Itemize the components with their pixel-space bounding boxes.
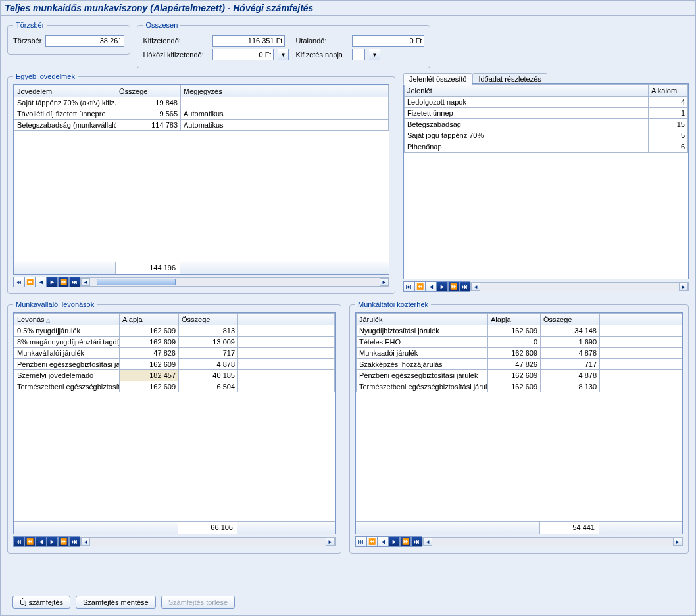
nav-fwd-icon[interactable]: ► (47, 277, 58, 287)
nav-next-icon[interactable]: ⏩ (448, 281, 459, 292)
kifizetes-napja-input[interactable] (352, 49, 365, 60)
levon-col-osszege[interactable]: Összege (179, 314, 238, 325)
kozteher-col-jarulek[interactable]: Járulék (357, 314, 488, 325)
table-row[interactable]: Ledolgozott napok4 (405, 97, 688, 108)
torzsber-legend: Törzsbér (13, 21, 47, 29)
hokozi-input[interactable] (212, 49, 274, 60)
table-row[interactable]: Szakképzési hozzájárulás47 826717 (357, 359, 682, 370)
jelenlet-table[interactable]: Jelenlét Alkalom Ledolgozott napok4Fizet… (404, 84, 688, 153)
scroll-right-icon[interactable]: ► (679, 283, 688, 291)
nav-back-icon[interactable]: ◄ (426, 281, 437, 292)
table-row[interactable]: Természetbeni egészségbiztosítási járulé… (357, 381, 682, 392)
kozteher-col-osszege[interactable]: Összege (541, 314, 600, 325)
table-row[interactable]: Pihenőnap6 (405, 141, 688, 153)
nav-fwd-icon[interactable]: ► (389, 536, 400, 547)
levon-col-alapja[interactable]: Alapja (120, 314, 179, 325)
table-row[interactable]: Munkaadói járulék162 6094 878 (357, 348, 682, 359)
scroll-left-icon[interactable]: ◄ (471, 283, 480, 291)
kozteher-col-alapja[interactable]: Alapja (488, 314, 541, 325)
osszesen-legend: Összesen (143, 21, 180, 29)
table-row[interactable]: Tételes EHO01 690 (357, 337, 682, 348)
table-row[interactable]: Saját táppénz 70% (aktív) kifiz.19 848 (14, 97, 389, 108)
nav-back-icon[interactable]: ◄ (36, 536, 47, 547)
scroll-thumb[interactable] (97, 279, 176, 285)
torzsber-label: Törzsbér (13, 37, 41, 45)
scroll-right-icon[interactable]: ► (673, 538, 682, 546)
levon-col-blank (238, 314, 335, 325)
nav-first-icon[interactable]: ⏮ (403, 281, 414, 292)
table-row[interactable]: Pénzbeni egészségbiztosítási járu162 609… (14, 359, 335, 370)
kifizetes-napja-dropdown[interactable]: ▼ (369, 49, 380, 60)
levon-scrollbar[interactable]: ◄ ► (80, 537, 336, 546)
scroll-left-icon[interactable]: ◄ (423, 538, 432, 546)
jelenlet-scrollbar[interactable]: ◄ ► (470, 282, 689, 291)
egyeb-col-osszege[interactable]: Összege (116, 85, 181, 97)
table-row[interactable]: Természetbeni egészségbiztosítá162 6096 … (14, 381, 335, 392)
table-row[interactable]: 0,5% nyugdíjjárulék162 609813 (14, 325, 335, 337)
egyeb-group: Egyéb jövedelmek Jövedelem Összege Megje… (7, 72, 395, 294)
table-row[interactable]: Saját jogú táppénz 70%5 (405, 130, 688, 141)
jelenlet-col-alkalom[interactable]: Alkalom (649, 85, 688, 97)
window-title: Teljes munkaidős munkaviszony (Alapértel… (1, 1, 695, 16)
torzsber-input[interactable] (45, 35, 124, 47)
nav-prev-icon[interactable]: ⏪ (24, 536, 36, 547)
kozterhek-legend: Munkáltatói közterhek (355, 300, 431, 308)
kifizetendo-input[interactable] (212, 35, 285, 47)
egyeb-col-jovedelem[interactable]: Jövedelem (14, 85, 116, 97)
levon-col-levonas[interactable]: Levonás△ (14, 314, 120, 325)
nav-last-icon[interactable]: ⏭ (69, 277, 80, 287)
table-row[interactable]: Nyugdíjbiztosítási járulék162 60934 148 (357, 325, 682, 337)
kifizetendo-label: Kifizetendő: (143, 37, 209, 45)
egyeb-scrollbar[interactable]: ◄ ► (80, 277, 389, 287)
nav-first-icon[interactable]: ⏮ (13, 536, 24, 547)
nav-fwd-icon[interactable]: ► (437, 281, 448, 292)
uj-szamfejtes-button[interactable]: Új számfejtés (12, 596, 70, 609)
table-row[interactable]: Pénzbeni egészségbiztosítási járulék162 … (357, 370, 682, 381)
egyeb-total: 144 196 (116, 262, 180, 274)
nav-back-icon[interactable]: ◄ (378, 536, 389, 547)
jelenlet-col-jelenlet[interactable]: Jelenlét (405, 85, 649, 97)
table-row[interactable]: Távolléti díj fizetett ünnepre9 565Autom… (14, 108, 389, 120)
scroll-right-icon[interactable]: ► (380, 278, 389, 286)
scroll-left-icon[interactable]: ◄ (81, 278, 90, 286)
torzsber-group: Törzsbér Törzsbér (7, 21, 130, 55)
levonasok-table[interactable]: Levonás△ Alapja Összege 0,5% nyugdíjjáru… (14, 313, 335, 392)
tab-idoadat-reszletezes[interactable]: Időadat részletezés (472, 73, 547, 84)
nav-next-icon[interactable]: ⏩ (58, 277, 69, 287)
nav-prev-icon[interactable]: ⏪ (366, 536, 378, 547)
table-row[interactable]: Munkavállalói járulék47 826717 (14, 348, 335, 359)
kozteher-scrollbar[interactable]: ◄ ► (422, 537, 683, 546)
nav-fwd-icon[interactable]: ► (47, 536, 58, 547)
szamfejtes-mentese-button[interactable]: Számfejtés mentése (76, 596, 156, 609)
scroll-right-icon[interactable]: ► (326, 538, 335, 546)
hokozi-dropdown[interactable]: ▼ (278, 49, 289, 60)
kozterhek-table[interactable]: Járulék Alapja Összege Nyugdíjbiztosítás… (356, 313, 682, 392)
nav-last-icon[interactable]: ⏭ (69, 536, 80, 547)
levon-total: 66 106 (178, 522, 237, 534)
egyeb-col-megjegyzes[interactable]: Megjegyzés (181, 85, 389, 97)
kozteher-col-blank (600, 314, 682, 325)
scroll-left-icon[interactable]: ◄ (81, 538, 90, 546)
nav-next-icon[interactable]: ⏩ (400, 536, 411, 547)
table-row[interactable]: Személyi jövedelemadó182 45740 185 (14, 370, 335, 381)
levonasok-legend: Munkavállalói levonások (13, 300, 97, 308)
utalando-input[interactable] (352, 35, 424, 47)
nav-first-icon[interactable]: ⏮ (355, 536, 366, 547)
table-row[interactable]: Betegszabadság (munkavállalói)114 783Aut… (14, 120, 389, 131)
table-row[interactable]: Betegszabadság15 (405, 119, 688, 130)
nav-last-icon[interactable]: ⏭ (411, 536, 422, 547)
nav-back-icon[interactable]: ◄ (36, 277, 47, 287)
osszesen-group: Összesen Kifizetendő: Hóközi kifizetendő… (137, 21, 430, 68)
nav-prev-icon[interactable]: ⏪ (24, 277, 36, 287)
nav-last-icon[interactable]: ⏭ (459, 281, 470, 292)
nav-first-icon[interactable]: ⏮ (13, 277, 24, 287)
kifizetes-napja-label: Kifizetés napja (295, 51, 348, 59)
egyeb-table[interactable]: Jövedelem Összege Megjegyzés Saját táppé… (14, 85, 389, 131)
szamfejtes-torlese-button: Számfejtés törlése (161, 596, 235, 609)
nav-next-icon[interactable]: ⏩ (58, 536, 69, 547)
kozteher-total: 54 441 (540, 522, 599, 534)
nav-prev-icon[interactable]: ⏪ (414, 281, 426, 292)
table-row[interactable]: Fizetett ünnep1 (405, 108, 688, 119)
table-row[interactable]: 8% magánnyugdíjpénztári tagdíj162 60913 … (14, 337, 335, 348)
tab-jelenlet-osszesito[interactable]: Jelenlét összesítő (403, 73, 472, 85)
